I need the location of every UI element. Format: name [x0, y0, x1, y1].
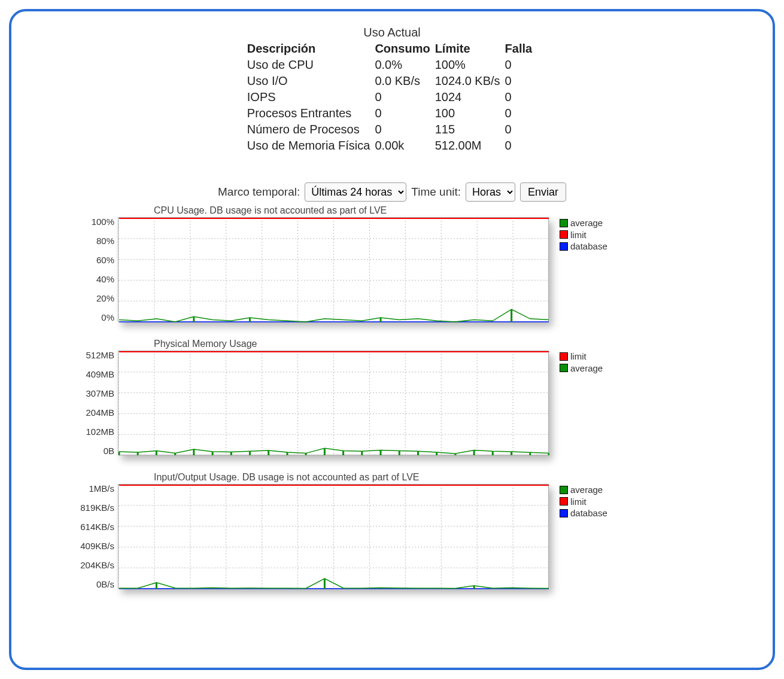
chart-plot — [118, 217, 549, 322]
svg-rect-87 — [156, 583, 157, 589]
legend-item-database: database — [560, 507, 607, 519]
legend-item-average: average — [560, 217, 607, 229]
cell-limite: 1024.0 KB/s — [435, 73, 505, 89]
cell-desc: Procesos Entrantes — [247, 105, 375, 121]
legend-swatch — [560, 230, 568, 239]
svg-rect-20 — [249, 318, 251, 322]
cell-desc: Uso de CPU — [247, 57, 375, 73]
cell-desc: IOPS — [247, 89, 375, 105]
legend-label: limit — [570, 496, 587, 508]
current-usage-table: Uso Actual Descripción Consumo Límite Fa… — [247, 26, 537, 154]
svg-rect-89 — [193, 588, 195, 589]
svg-rect-94 — [287, 588, 288, 589]
y-tick: 0B/s — [76, 580, 114, 589]
legend-label: average — [570, 217, 603, 229]
y-tick: 102MB — [76, 427, 114, 436]
cell-falla: 0 — [505, 57, 537, 73]
svg-rect-44 — [156, 451, 157, 455]
cell-consumo: 0 — [375, 89, 434, 105]
svg-rect-88 — [174, 588, 176, 589]
chart-controls: Marco temporal: Últimas 24 horas Time un… — [28, 182, 756, 202]
cell-consumo: 0 — [375, 121, 434, 138]
legend-item-limit: limit — [560, 351, 603, 363]
legend-item-limit: limit — [560, 496, 607, 508]
svg-rect-92 — [249, 588, 251, 589]
timeunit-select[interactable]: Horas — [466, 182, 515, 202]
cell-falla: 0 — [505, 138, 537, 154]
y-tick: 819KB/s — [76, 503, 114, 512]
chart-block: Input/Output Usage. DB usage is not acco… — [76, 472, 756, 589]
y-tick: 20% — [76, 294, 114, 303]
chart-plot — [118, 351, 549, 455]
y-tick: 0B — [76, 446, 114, 455]
svg-rect-105 — [529, 588, 531, 589]
timeunit-label: Time unit: — [411, 185, 461, 199]
header-falla: Falla — [505, 41, 537, 57]
cell-limite: 115 — [435, 121, 505, 138]
svg-rect-86 — [137, 588, 139, 589]
y-tick: 512MB — [76, 351, 114, 360]
legend-swatch — [560, 219, 568, 227]
svg-rect-61 — [473, 450, 475, 455]
y-tick: 100% — [76, 217, 114, 226]
cell-consumo: 0 — [375, 105, 434, 121]
svg-rect-102 — [473, 586, 475, 589]
current-usage-section: Uso Actual Descripción Consumo Límite Fa… — [28, 26, 756, 154]
chart-legend: limitaverage — [560, 351, 603, 374]
svg-rect-96 — [342, 588, 344, 589]
svg-rect-65 — [548, 453, 550, 455]
chart-plot — [118, 484, 549, 589]
svg-rect-21 — [380, 318, 382, 322]
table-row: IOPS010240 — [247, 89, 537, 105]
cell-falla: 0 — [505, 89, 537, 105]
svg-rect-56 — [380, 450, 382, 455]
legend-swatch — [560, 352, 568, 361]
chart-legend: averagelimitdatabase — [560, 484, 607, 519]
table-row: Uso I/O0.0 KB/s1024.0 KB/s0 — [247, 73, 537, 89]
cell-consumo: 0.00k — [375, 138, 434, 154]
legend-label: limit — [570, 229, 587, 241]
y-axis: 512MB409MB307MB204MB102MB0B — [76, 351, 118, 455]
cell-desc: Uso I/O — [247, 73, 375, 89]
cell-limite: 1024 — [435, 89, 505, 105]
svg-rect-104 — [510, 588, 512, 589]
svg-rect-62 — [492, 451, 494, 455]
header-consumo: Consumo — [375, 41, 434, 57]
y-tick: 204MB — [76, 408, 114, 417]
cell-desc: Uso de Memoria Física — [247, 138, 375, 154]
cell-limite: 100% — [435, 57, 505, 73]
svg-rect-43 — [137, 452, 139, 455]
svg-rect-60 — [454, 453, 456, 455]
cell-desc: Número de Procesos — [247, 121, 375, 138]
cell-consumo: 0.0 KB/s — [375, 73, 434, 89]
svg-rect-46 — [193, 449, 195, 455]
svg-rect-52 — [305, 453, 307, 455]
cell-falla: 0 — [505, 73, 537, 89]
svg-rect-19 — [193, 316, 195, 322]
svg-rect-53 — [324, 448, 326, 455]
svg-rect-47 — [212, 452, 214, 455]
legend-label: average — [570, 363, 603, 374]
submit-button[interactable]: Enviar — [520, 182, 566, 202]
header-description: Descripción — [247, 41, 375, 57]
y-axis: 1MB/s819KB/s614KB/s409KB/s204KB/s0B/s — [76, 484, 118, 589]
legend-swatch — [560, 242, 568, 251]
table-row: Uso de CPU0.0%100%0 — [247, 57, 537, 73]
svg-rect-54 — [342, 451, 344, 455]
y-tick: 409MB — [76, 370, 114, 379]
legend-item-average: average — [560, 363, 603, 374]
svg-rect-103 — [492, 588, 494, 589]
cell-consumo: 0.0% — [375, 57, 434, 73]
timeframe-select[interactable]: Últimas 24 horas — [305, 182, 406, 202]
chart-block: Physical Memory Usage512MB409MB307MB204M… — [76, 339, 756, 455]
cell-limite: 100 — [435, 105, 505, 121]
svg-rect-93 — [268, 588, 269, 589]
y-tick: 40% — [76, 275, 114, 284]
y-axis: 100%80%60%40%20%0% — [76, 217, 118, 322]
y-tick: 614KB/s — [76, 522, 114, 531]
chart-block: CPU Usage. DB usage is not accounted as … — [76, 205, 756, 322]
resource-usage-panel: Uso Actual Descripción Consumo Límite Fa… — [9, 9, 775, 670]
table-row: Número de Procesos01150 — [247, 121, 537, 138]
legend-item-average: average — [560, 484, 607, 496]
svg-rect-58 — [417, 451, 419, 455]
